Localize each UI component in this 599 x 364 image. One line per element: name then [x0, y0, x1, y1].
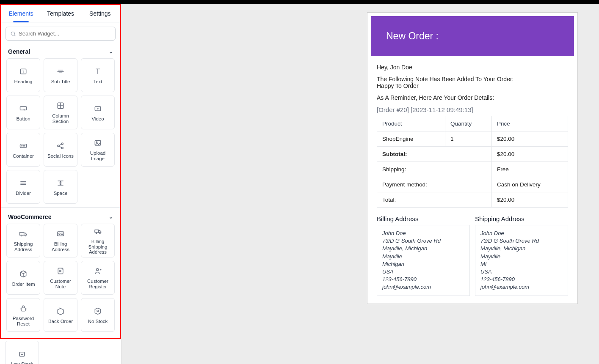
addr-line: Michigan: [382, 260, 464, 268]
truck-fast-icon: [93, 226, 102, 236]
svg-rect-33: [58, 232, 64, 236]
order-table: Product Quantity Price ShopEngine 1 $20.…: [377, 116, 568, 208]
widget-low-stock[interactable]: Low Stock: [5, 341, 39, 364]
sidebar-tabs: Elements Templates Settings: [1, 5, 120, 22]
widget-button[interactable]: Button: [6, 96, 40, 129]
widget-back-order[interactable]: Back Order: [44, 298, 77, 332]
widget-password-reset[interactable]: Password Reset: [6, 298, 40, 332]
widget-order-item[interactable]: Order Item: [6, 261, 40, 295]
widget-label: Upload Image: [83, 151, 113, 161]
section-general[interactable]: General ⌄: [1, 42, 120, 58]
svg-point-32: [25, 235, 26, 236]
cell-product: ShopEngine: [377, 131, 445, 147]
widget-label: Button: [16, 116, 30, 122]
email-note: The Following Note Has Been Added To You…: [377, 76, 568, 89]
widget-label: Shipping Address: [8, 241, 38, 252]
widget-divider[interactable]: Divider: [6, 170, 40, 204]
widget-no-stock[interactable]: No Stock: [81, 298, 115, 332]
social-icon: [56, 141, 65, 151]
email-note-body: Happy To Order: [377, 82, 419, 89]
image-icon: [94, 138, 102, 148]
widget-billing-shipping-address[interactable]: Billing Shipping Address: [81, 224, 115, 257]
widget-label: Billing Address: [46, 241, 75, 252]
addr-line: John Doe: [480, 230, 563, 237]
search-input[interactable]: [19, 30, 111, 37]
payment-value: Cash on Delivery: [492, 177, 568, 192]
section-woocommerce-label: WooCommerce: [8, 213, 51, 220]
widget-customer-register[interactable]: Customer Register: [81, 261, 115, 295]
widget-label: Password Reset: [8, 316, 38, 326]
svg-point-23: [96, 142, 97, 143]
svg-rect-7: [20, 107, 27, 110]
email-title: New Order :: [386, 30, 439, 41]
tab-elements-label: Elements: [8, 10, 33, 17]
addr-line: Mayville: [480, 253, 563, 260]
widget-shipping-address[interactable]: Shipping Address: [6, 224, 40, 257]
shipping-column: Shipping Address John Doe 73/D G South G…: [475, 215, 568, 296]
widget-container[interactable]: Container: [6, 133, 40, 167]
tab-elements[interactable]: Elements: [1, 5, 41, 22]
container-icon: [19, 141, 28, 151]
addr-line: john@example.com: [480, 283, 563, 291]
svg-rect-30: [20, 233, 24, 235]
widget-column-section[interactable]: Column Section: [44, 96, 77, 129]
widget-subtitle[interactable]: Sub Title: [44, 58, 77, 92]
note-icon: [56, 266, 65, 276]
widget-label: Sub Title: [51, 79, 70, 85]
truck-icon: [19, 229, 28, 239]
widget-label: Space: [54, 191, 68, 196]
text-icon: [94, 66, 102, 77]
svg-rect-48: [21, 308, 25, 312]
svg-point-31: [21, 235, 22, 236]
widget-billing-address[interactable]: Billing Address: [44, 224, 77, 257]
widget-upload-image[interactable]: Upload Image: [81, 133, 115, 167]
grid-icon: [56, 101, 65, 111]
widget-label: Order Item: [12, 282, 35, 287]
email-note-intro: The Following Note Has Been Added To You…: [377, 76, 514, 82]
table-row: Shipping: Free: [377, 162, 568, 177]
svg-point-16: [25, 145, 25, 146]
email-greeting: Hey, Jon Doe: [377, 64, 568, 71]
widget-label: Customer Register: [83, 279, 113, 289]
widget-video[interactable]: Video: [81, 96, 115, 129]
sidebar: Elements Templates Settings General ⌄ TH…: [0, 4, 121, 364]
widget-label: Text: [93, 79, 102, 85]
widget-label: Social Icons: [47, 153, 74, 159]
svg-point-39: [99, 233, 101, 234]
billing-box: John Doe 73/D G South Grove Rd Mayville,…: [377, 225, 470, 296]
widget-heading[interactable]: THeading: [6, 58, 40, 92]
svg-rect-53: [19, 352, 25, 356]
addr-line: Mayville, Michigan: [382, 245, 464, 252]
tab-templates[interactable]: Templates: [41, 5, 80, 22]
chevron-down-icon: ⌄: [109, 214, 113, 220]
cell-price: $20.00: [492, 131, 568, 147]
shipping-box: John Doe 73/D G South Grove Rd Mayville,…: [475, 225, 568, 296]
widget-space[interactable]: Space: [44, 170, 77, 204]
widget-label: Column Section: [46, 113, 75, 124]
total-value: $20.00: [492, 192, 568, 208]
woocommerce-widgets: Shipping Address Billing Address Billing…: [1, 224, 120, 335]
shipping-title: Shipping Address: [475, 215, 568, 222]
search-box[interactable]: [6, 27, 116, 41]
widget-text[interactable]: Text: [81, 58, 115, 92]
payment-label: Payment method:: [377, 177, 492, 192]
widget-label: Video: [91, 116, 104, 122]
svg-marker-12: [97, 108, 99, 109]
svg-line-20: [59, 144, 62, 145]
addr-line: 73/D G South Grove Rd: [382, 237, 464, 245]
table-row: Payment method: Cash on Delivery: [377, 177, 568, 192]
section-woocommerce[interactable]: WooCommerce ⌄: [1, 207, 120, 224]
cell-qty: 1: [445, 131, 492, 147]
nostock-icon: [94, 306, 102, 316]
widget-social-icons[interactable]: Social Icons: [44, 133, 77, 167]
widget-customer-note[interactable]: Customer Note: [44, 261, 77, 295]
addr-line: MI: [480, 260, 563, 268]
user-plus-icon: [94, 266, 102, 276]
svg-point-15: [23, 145, 24, 146]
button-icon: [19, 104, 28, 114]
space-icon: [56, 178, 65, 188]
video-icon: [94, 104, 102, 114]
tab-settings[interactable]: Settings: [80, 5, 120, 22]
table-row: ShopEngine 1 $20.00: [377, 131, 568, 147]
package-icon: [19, 269, 28, 279]
